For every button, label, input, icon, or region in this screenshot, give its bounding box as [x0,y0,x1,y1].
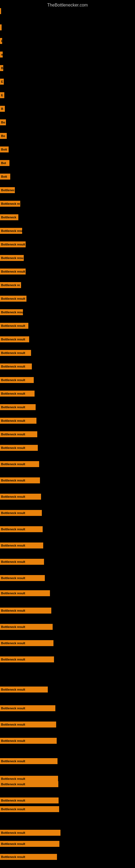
bar-label: Bottleneck result [1,760,25,763]
bar-item: Bottleneck result [0,296,27,302]
bar-label: Bottleneck result [1,324,25,328]
bar-label: Bottleneck result [1,642,25,645]
bar-item: Bottleneck result [0,510,42,516]
bar-item: Bottleneck result [0,542,43,549]
bar-label: m [1,53,3,56]
bar-label: Bot [1,161,6,165]
bar-item: Bottleneck result [0,323,28,329]
bar-label: Bo [1,134,5,137]
bar-item: Bottleneck result [0,336,29,342]
bar-item: Bot [0,160,9,166]
bar-item: Bottleneck result [0,841,59,847]
bar-item: Bott [0,147,9,152]
bar-item: Bo [0,119,6,125]
bar-label: Bottleneck result [1,855,25,859]
bar-label: Bottleneck result [1,777,25,780]
bar-item: Bottleneck result [0,705,55,711]
bar-item: Bottleneck result [0,404,36,410]
bar-label: Bottleneck result [1,658,25,661]
bar-label: Bottleneck result [1,782,25,786]
bar-item: Bottleneck result [0,526,43,532]
bar-item: Bottleneck result [0,686,48,692]
bar-label: Bottleneck result [1,842,25,845]
bar-item: Bottleneck result [0,494,41,500]
bar-item: Bottleneck result [0,738,57,744]
bar-item: B [0,106,5,112]
bar-label: Bottleneck result [1,560,25,563]
bar-label: Bottlenec [1,188,14,192]
bar-item: Bottleneck result [0,391,35,397]
bar-item: Bottleneck result [0,656,54,662]
bar-item: Bottleneck result [0,350,31,356]
bar-item: Bottleneck resu [0,309,23,315]
bar-item: Bottleneck result [0,575,45,581]
bar-item: Bottleneck result [0,461,39,467]
bar-item: m [0,52,3,58]
bar-item: Bottleneck [0,214,18,220]
bar-item: B [0,65,3,71]
bar-label: E [1,94,3,97]
bar-label: Bottleneck result [1,609,25,612]
bar-label: Bottleneck result [1,446,25,450]
bar-label: Bottleneck resu [1,311,23,314]
bar-label: Bottleneck result [1,378,25,382]
bar-item: Bottleneck result [0,377,34,383]
bar-label: B [1,107,3,111]
bar-label: Bottleneck resu [1,256,24,259]
bar-item: Bottleneck result [0,781,58,787]
chart-area: TheBottlenecker.com EmBEEBBoBoBottBotBot… [0,0,135,868]
bar-item: Bo [0,133,7,139]
bar-label: Bottleneck resu [1,229,22,232]
bar-item: Bottleneck result [0,854,57,860]
bar-label: Bottleneck result [1,739,25,742]
bar-item: Bottlenec [0,187,15,193]
bar-item: Bottleneck result [0,640,53,646]
bar-item: Bottleneck result [0,241,26,247]
bar-label: Bottleneck result [1,405,25,409]
bar-item: Bottleneck result [0,590,50,596]
bar-item: Bott [0,174,10,180]
bar-label: Bottleneck [1,216,16,219]
bar-label: Bottleneck result [1,365,25,368]
bar-label: Bottleneck result [1,688,25,691]
bar-label: Bott [1,148,7,151]
bar-item: Bottleneck result [0,269,26,275]
bar-item: Bottleneck result [0,776,58,782]
bar-item: Bottleneck result [0,721,56,727]
bar-label: Bottleneck result [1,338,25,341]
bar-item: Bottleneck result [0,608,51,614]
bar-label: Bottleneck result [1,433,25,436]
bar-item: Bottleneck result [0,830,60,836]
bar-item: Bottleneck result [0,477,40,484]
bar-item: Bottleneck result [0,431,37,437]
bar-label: Bottleneck result [1,351,25,354]
bar-item: E [0,92,4,98]
bar-label: Bottleneck result [1,723,25,726]
bar-label: Bottleneck result [1,592,25,595]
bar-label: Bott [1,175,7,178]
bar-item: Bottleneck re [0,282,21,288]
bar-label: E [1,80,3,83]
bar-item: Bottleneck result [0,445,38,451]
bar-item: Bottleneck result [0,758,57,764]
bar-item: Bottleneck result [0,559,44,565]
bar-label: Bottleneck result [1,243,25,246]
bar-label: Bottleneck result [1,544,25,547]
bar-label: Bottleneck result [1,463,25,466]
bar-item: Bottleneck result [0,806,59,812]
bar-label: Bottleneck result [1,799,25,802]
site-title: TheBottlenecker.com [0,0,135,9]
bar-label: Bottleneck re [1,283,20,287]
bar-label: Bottleneck result [1,807,25,811]
bar-label: Bottleneck result [1,625,25,628]
bar-label: Bottleneck result [1,577,25,580]
bar-label: Bottleneck result [1,479,25,482]
bar-label: E [1,39,2,42]
bar-item: Bottleneck re [0,201,20,207]
bar-label: Bo [1,121,5,124]
bar-label: Bottleneck result [1,419,25,422]
bar-item: Bottleneck result [0,798,58,803]
bar-item: Bottleneck resu [0,255,24,261]
bar-label: Bottleneck result [1,495,25,498]
bar-item: Bottleneck result [0,364,32,369]
